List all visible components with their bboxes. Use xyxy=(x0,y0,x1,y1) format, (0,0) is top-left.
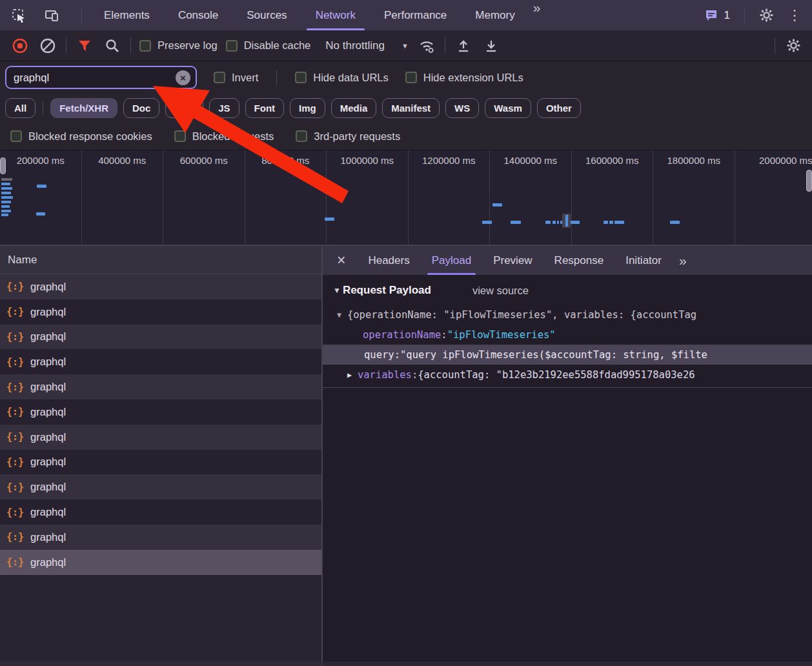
tab-memory[interactable]: Memory xyxy=(461,0,529,30)
filter-chip-js[interactable]: JS xyxy=(209,98,239,118)
panel-tabs: ElementsConsoleSourcesNetworkPerformance… xyxy=(90,0,529,30)
overview-drag-handle[interactable] xyxy=(806,170,812,192)
table-row[interactable]: {:}graphql xyxy=(0,399,321,425)
filter-chip-ws[interactable]: WS xyxy=(445,98,479,118)
table-row[interactable]: {:}graphql xyxy=(0,274,321,299)
tab-performance[interactable]: Performance xyxy=(370,0,461,30)
clear-network-log-icon[interactable] xyxy=(38,36,57,56)
payload-row-variables[interactable]: ▶ variables: {accountTag: "b12e3b2192ee5… xyxy=(323,365,812,385)
waterfall-bar xyxy=(1,187,12,190)
filter-chip-manifest[interactable]: Manifest xyxy=(382,98,440,118)
preserve-log-checkbox[interactable]: Preserve log xyxy=(139,39,218,52)
filter-row: graphql × Invert Hide data URLs Hide ext… xyxy=(0,61,812,94)
table-row[interactable]: {:}graphql xyxy=(0,425,321,450)
waterfall-bar xyxy=(614,221,624,224)
waterfall-bar xyxy=(1,214,8,216)
name-column-header[interactable]: Name xyxy=(0,246,321,274)
expand-node-icon[interactable]: ▶ xyxy=(347,370,352,379)
checkbox-label: Invert xyxy=(232,72,258,84)
filter-chip-wasm[interactable]: Wasm xyxy=(485,98,531,118)
network-overview-timeline[interactable]: 200000 ms400000 ms600000 ms800000 ms1000… xyxy=(0,150,812,245)
divider xyxy=(744,8,745,23)
waterfall-bar xyxy=(1,196,13,199)
hide-data-urls-checkbox[interactable]: Hide data URLs xyxy=(295,72,388,84)
network-settings-gear-icon[interactable] xyxy=(784,36,803,56)
detail-tab-initiator[interactable]: Initiator xyxy=(614,246,673,275)
more-detail-tabs-icon[interactable]: » xyxy=(675,253,691,268)
tab-elements[interactable]: Elements xyxy=(90,0,164,30)
invert-checkbox[interactable]: Invert xyxy=(214,72,258,84)
table-row[interactable]: {:}graphql xyxy=(0,349,321,374)
close-detail-icon[interactable]: × xyxy=(329,246,353,275)
record-network-log-icon[interactable] xyxy=(10,36,30,56)
checkbox-box xyxy=(174,130,186,142)
search-icon[interactable] xyxy=(103,36,122,56)
divider xyxy=(81,8,82,23)
filter-chip-img[interactable]: Img xyxy=(290,98,325,118)
filter-funnel-icon[interactable] xyxy=(75,36,94,56)
tab-console[interactable]: Console xyxy=(164,0,232,30)
settings-gear-icon[interactable] xyxy=(756,6,776,25)
network-main-area: Name {:}graphql{:}graphql{:}graphql{:}gr… xyxy=(0,245,812,666)
filter-chip-fetch-xhr[interactable]: Fetch/XHR xyxy=(50,98,117,118)
payload-row-query[interactable]: query: "query ipFlowTimeseries($accountT… xyxy=(323,345,812,365)
table-row[interactable]: {:}graphql xyxy=(0,550,321,575)
throttling-select[interactable]: No throttling ▼ xyxy=(325,39,409,52)
table-row[interactable]: {:}graphql xyxy=(0,450,321,475)
request-name: graphql xyxy=(30,406,66,418)
inspect-element-icon[interactable] xyxy=(9,6,28,25)
import-har-icon[interactable] xyxy=(454,36,473,56)
detail-tab-payload[interactable]: Payload xyxy=(421,246,482,275)
network-conditions-icon[interactable] xyxy=(417,36,436,56)
waterfall-bar xyxy=(670,221,680,224)
table-row[interactable]: {:}graphql xyxy=(0,500,321,525)
filter-chip-media[interactable]: Media xyxy=(331,98,377,118)
more-filters-row: Blocked response cookiesBlocked requests… xyxy=(0,123,812,150)
checkbox-label: 3rd-party requests xyxy=(314,130,400,143)
table-row[interactable]: {:}graphql xyxy=(0,299,321,325)
console-messages-button[interactable]: 1 xyxy=(704,8,730,23)
overview-drag-handle[interactable] xyxy=(0,157,6,174)
device-toolbar-icon[interactable] xyxy=(43,6,62,25)
table-row[interactable]: {:}graphql xyxy=(0,525,321,550)
checkbox-label: Disable cache xyxy=(244,39,311,52)
filter-chip-font[interactable]: Font xyxy=(245,98,284,118)
table-row[interactable]: {:}graphql xyxy=(0,474,321,500)
detail-tab-headers[interactable]: Headers xyxy=(357,246,420,275)
collapse-section-icon[interactable]: ▼ xyxy=(333,286,341,295)
3rd-party-requests-checkbox[interactable]: 3rd-party requests xyxy=(296,130,400,143)
waterfall-bar xyxy=(1,205,10,208)
kebab-menu-icon[interactable]: ⋮ xyxy=(785,6,804,25)
filter-chip-other[interactable]: Other xyxy=(537,98,581,118)
disable-cache-checkbox[interactable]: Disable cache xyxy=(226,39,311,52)
blocked-requests-checkbox[interactable]: Blocked requests xyxy=(174,130,274,143)
network-filter-input[interactable]: graphql × xyxy=(5,66,197,89)
tab-network[interactable]: Network xyxy=(301,0,370,30)
export-har-icon[interactable] xyxy=(482,36,501,56)
window-bottom-edge xyxy=(0,661,812,666)
tab-sources[interactable]: Sources xyxy=(232,0,301,30)
table-row[interactable]: {:}graphql xyxy=(0,374,321,399)
more-panels-icon[interactable]: » xyxy=(529,0,545,30)
request-name: graphql xyxy=(30,281,66,293)
table-row[interactable]: {:}graphql xyxy=(0,325,321,350)
checkbox-box xyxy=(226,40,238,52)
collapse-node-icon[interactable]: ▼ xyxy=(337,310,341,319)
checkbox-label: Blocked requests xyxy=(192,130,274,143)
payload-row-operation-name[interactable]: operationName: "ipFlowTimeseries" xyxy=(323,325,812,345)
filter-chip-all[interactable]: All xyxy=(5,98,36,118)
detail-tab-response[interactable]: Response xyxy=(543,246,615,275)
divider xyxy=(43,101,43,116)
payload-root-row[interactable]: ▼ {operationName: "ipFlowTimeseries", va… xyxy=(323,305,812,325)
json-request-icon: {:} xyxy=(6,507,24,518)
divider xyxy=(775,38,775,54)
json-request-icon: {:} xyxy=(6,431,24,443)
clear-filter-icon[interactable]: × xyxy=(176,70,190,85)
view-source-link[interactable]: view source xyxy=(472,285,529,297)
blocked-response-cookies-checkbox[interactable]: Blocked response cookies xyxy=(10,130,152,143)
filter-chip-css[interactable]: CSS xyxy=(165,98,203,118)
json-request-icon: {:} xyxy=(6,531,24,543)
filter-chip-doc[interactable]: Doc xyxy=(123,98,159,118)
detail-tab-preview[interactable]: Preview xyxy=(482,246,543,275)
hide-extension-urls-checkbox[interactable]: Hide extension URLs xyxy=(405,72,523,84)
